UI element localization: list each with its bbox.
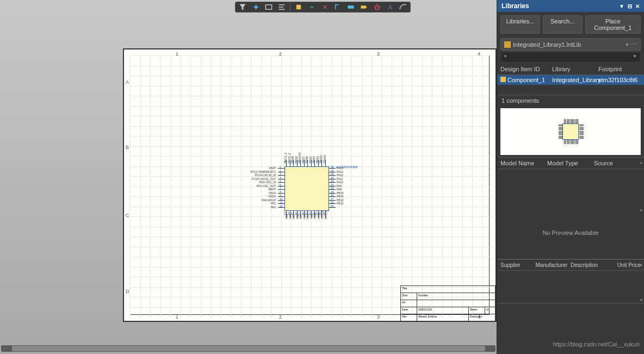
scrollbar-thumb[interactable] (12, 346, 485, 351)
power-icon[interactable]: ⏻ (372, 3, 382, 11)
place-toolbar: ✚ ≈ ✕ ⏻ A (235, 2, 411, 13)
menu-icon[interactable]: ⋯ (631, 41, 637, 47)
row-fp: stm32f103c8t6 (598, 77, 641, 83)
col-price[interactable]: Unit Price (606, 262, 641, 268)
watermark: https://blog.csdn.net/Cai__xukun (553, 341, 640, 347)
col-model-source[interactable]: Source (594, 160, 641, 166)
svg-rect-1 (296, 5, 301, 9)
supplier-grid-header: Supplier Manufacturer Description Unit P… (497, 259, 644, 271)
component-icon (500, 77, 506, 82)
tb-num-val (417, 300, 496, 307)
col-library[interactable]: Library (552, 66, 598, 72)
rect-icon[interactable] (264, 3, 274, 11)
expand-icon[interactable]: ▴ (640, 262, 642, 267)
col-design-id[interactable]: Design Item ID (500, 66, 552, 72)
col-manufacturer[interactable]: Manufacturer (536, 262, 571, 268)
filter-input[interactable]: * ▼ (500, 52, 641, 63)
row-id: Component_1 (507, 77, 545, 83)
component-grid-header: Design Item ID Library Footprint (497, 64, 644, 75)
library-select[interactable]: Integrated_Library1.IntLib ▼ ⋯ (500, 38, 641, 51)
row-label: B (126, 145, 129, 150)
tb-file-lbl: File: (401, 314, 417, 321)
symbol-preview (500, 108, 641, 155)
text-icon[interactable]: A (385, 3, 395, 11)
tb-date-val: 2020/11/20 (417, 307, 469, 314)
search-button[interactable]: Search... (543, 15, 583, 34)
dropdown-icon[interactable]: ▼ (619, 3, 624, 9)
supplier-grid-empty: ▴ (497, 271, 644, 303)
pin-icon[interactable]: ⊟ (628, 3, 632, 9)
tb-drawn: Drawn By: (469, 314, 496, 321)
libraries-panel: Libraries ▼ ⊟ ✕ Libraries... Search... P… (497, 0, 644, 354)
col-label: 1 (176, 314, 178, 320)
col-supplier[interactable]: Supplier (500, 262, 536, 268)
tb-size-lbl: Size: (401, 293, 417, 300)
svg-rect-2 (348, 5, 354, 9)
svg-rect-0 (265, 5, 271, 9)
tb-date-lbl: Date: (401, 307, 417, 314)
libraries-button[interactable]: Libraries... (500, 15, 540, 34)
expand-icon[interactable]: ▴ (640, 297, 642, 302)
tb-of: of (485, 307, 496, 314)
component-row[interactable]: Component_1 Integrated_Library stm32f103… (497, 75, 644, 85)
row-label: C (126, 213, 129, 218)
schematic-sheet[interactable]: // placeholder, actual grid drawn via ge… (123, 48, 497, 322)
crosshair-icon[interactable]: ✚ (251, 3, 261, 11)
filter-text: * (504, 54, 506, 60)
tb-num-lbl: Number: (417, 293, 496, 300)
bus-icon[interactable] (333, 3, 343, 11)
row-lib: Integrated_Library (552, 77, 598, 83)
row-label: D (126, 289, 129, 294)
chevron-down-icon[interactable]: ▼ (633, 54, 637, 60)
col-footprint[interactable]: Footprint (598, 66, 641, 72)
col-label: 3 (377, 314, 380, 320)
expand-icon[interactable]: ▴ (640, 160, 642, 165)
col-description[interactable]: Description (571, 262, 606, 268)
library-name: Integrated_Library1.IntLib (513, 41, 581, 48)
model-grid-header: Model Name Model Type Source ▴ (497, 157, 644, 169)
footprint-preview: No Preview Available ▴ (497, 206, 644, 259)
chevron-down-icon[interactable]: ▼ (625, 42, 629, 47)
ic-component[interactable] (284, 166, 329, 211)
preview-chip (562, 123, 579, 140)
close-icon[interactable]: ✕ (635, 3, 640, 9)
col-model-name[interactable]: Model Name (500, 160, 547, 166)
tb-size-val: A4 (401, 300, 417, 307)
place-button[interactable]: Place Component_1 (585, 15, 641, 34)
component-icon[interactable] (294, 3, 304, 11)
arc-icon[interactable] (398, 3, 408, 11)
library-icon (504, 41, 511, 48)
tag-icon[interactable] (359, 3, 369, 11)
align-icon[interactable] (277, 3, 287, 11)
tb-sheet-lbl: Sheet (469, 307, 485, 314)
schematic-canvas[interactable]: ✚ ≈ ✕ ⏻ A // placeholder, actual grid dr… (0, 0, 497, 354)
col-model-type[interactable]: Model Type (547, 160, 594, 166)
component-count: 1 components (497, 95, 644, 106)
tb-title: Title (401, 286, 496, 293)
net-icon[interactable]: ≈ (307, 3, 317, 11)
expand-icon[interactable]: ▴ (640, 207, 642, 212)
libraries-header[interactable]: Libraries ▼ ⊟ ✕ (497, 0, 644, 12)
cross-icon[interactable]: ✕ (320, 3, 330, 11)
dim-icon[interactable] (346, 3, 356, 11)
row-label: A (126, 79, 129, 85)
model-grid-empty (497, 169, 644, 206)
no-preview-text: No Preview Available (542, 229, 598, 236)
horizontal-scrollbar[interactable] (1, 345, 496, 352)
filter-icon[interactable] (238, 3, 247, 11)
tb-file-val: Sheet1.SchDoc (417, 314, 469, 321)
libraries-title: Libraries (501, 2, 529, 10)
title-block: Title Size: Number: A4 Date: 2020/11/20 … (400, 285, 496, 321)
